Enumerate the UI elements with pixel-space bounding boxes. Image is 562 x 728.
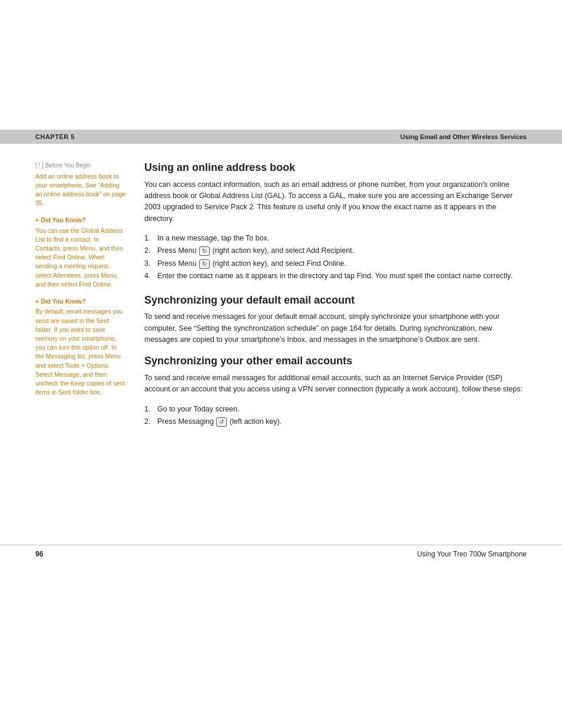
page: CHAPTER 5 Using Email and Other Wireless… bbox=[0, 0, 562, 728]
section3-steps: 1. Go to your Today screen. 2. Press Mes… bbox=[144, 404, 527, 428]
did-you-know-2-label: + Did You Know? bbox=[35, 297, 86, 306]
did-you-know-1-text: You can use the Global Address List to f… bbox=[35, 226, 127, 289]
menu-key-icon-2: ↻ bbox=[199, 259, 210, 269]
section1-body: You can access contact information, such… bbox=[144, 179, 527, 225]
main-content: Using an online address book You can acc… bbox=[144, 162, 527, 527]
did-you-know-2-text: By default, email messages you send are … bbox=[35, 307, 127, 397]
step-3-2: 2. Press Messaging ↺ (left action key). bbox=[144, 416, 527, 427]
menu-key-icon-3: ↺ bbox=[216, 417, 227, 427]
page-footer: 96 Using Your Treo 700w Smartphone bbox=[0, 545, 562, 563]
did-you-know-2-header: + Did You Know? bbox=[35, 297, 127, 306]
section-sync-other: Synchronizing your other email accounts … bbox=[144, 355, 527, 427]
step-1-1: 1. In a new message, tap the To box. bbox=[144, 233, 527, 244]
section2-title: Synchronizing your default email account bbox=[144, 294, 527, 307]
content-area: [ ! ] Before You Begin Add an online add… bbox=[0, 144, 562, 545]
footer-title: Using Your Treo 700w Smartphone bbox=[417, 550, 527, 558]
bottom-spacer bbox=[0, 563, 562, 728]
section-online-address-book: Using an online address book You can acc… bbox=[144, 162, 527, 282]
step-3-1: 1. Go to your Today screen. bbox=[144, 404, 527, 415]
section3-body: To send and receive email messages for a… bbox=[144, 373, 527, 396]
did-you-know-1-label: + Did You Know? bbox=[35, 216, 86, 225]
step-1-3: 3. Press Menu ↻ (right action key), and … bbox=[144, 258, 527, 269]
section2-body: To send and receive messages for your de… bbox=[144, 311, 527, 345]
section1-title: Using an online address book bbox=[144, 162, 527, 174]
section3-title: Synchronizing your other email accounts bbox=[144, 355, 527, 368]
section1-steps: 1. In a new message, tap the To box. 2. … bbox=[144, 233, 527, 282]
menu-key-icon-1: ↻ bbox=[199, 246, 210, 256]
before-you-begin-text: Add an online address book to your smart… bbox=[35, 172, 127, 208]
footer-page-number: 96 bbox=[35, 550, 43, 558]
step-1-4: 4. Enter the contact name as it appears … bbox=[144, 271, 527, 282]
chapter-label: CHAPTER 5 bbox=[35, 133, 75, 140]
did-you-know-1-header: + Did You Know? bbox=[35, 216, 127, 225]
before-you-begin-label: [ ! ] Before You Begin bbox=[35, 162, 127, 170]
chapter-header: CHAPTER 5 Using Email and Other Wireless… bbox=[0, 130, 562, 144]
section-sync-default: Synchronizing your default email account… bbox=[144, 294, 527, 346]
sidebar: [ ! ] Before You Begin Add an online add… bbox=[35, 162, 127, 527]
chapter-title: Using Email and Other Wireless Services bbox=[401, 133, 527, 140]
top-spacer bbox=[0, 0, 562, 130]
step-1-2: 2. Press Menu ↻ (right action key), and … bbox=[144, 245, 527, 256]
